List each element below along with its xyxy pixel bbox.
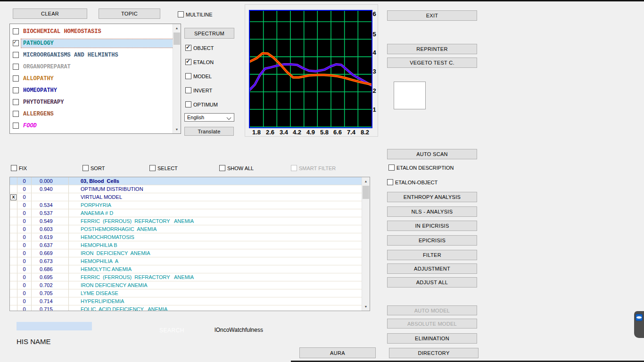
teamviewer-tab[interactable]	[634, 311, 644, 338]
filter-button[interactable]: FILTER	[387, 250, 477, 260]
category-checkbox[interactable]	[13, 40, 19, 46]
category-checkbox[interactable]	[13, 64, 19, 70]
row-model-checkbox[interactable]: X	[10, 194, 17, 200]
exit-button[interactable]: EXIT	[387, 10, 477, 21]
etalon-checkbox[interactable]	[185, 59, 191, 65]
object-checkbox[interactable]	[185, 45, 191, 51]
scroll-up-icon[interactable]: ▲	[173, 24, 181, 32]
row-name: IRON DEFICIENCY ANEMIA	[69, 281, 362, 289]
table-row[interactable]: 00.637HEMOPHILIA B	[10, 241, 362, 249]
show-all-checkbox-row[interactable]: SHOW ALL	[219, 165, 254, 171]
table-row[interactable]: 00.619HEMOCHROMATOSIS	[10, 233, 362, 241]
category-item[interactable]: HOMEOPATHY	[10, 84, 173, 96]
table-row[interactable]: 00.00003, Blood Cells	[10, 177, 362, 185]
category-item[interactable]: ALLERGENS	[10, 108, 173, 120]
show-all-checkbox[interactable]	[219, 165, 225, 171]
category-label: HOMEOPATHY	[21, 86, 59, 95]
row-value: 0.702	[32, 281, 69, 289]
category-item[interactable]: MICROORGANISMS AND HELMINTHS	[10, 49, 173, 61]
etalon-object-checkbox-row[interactable]: ETALON-OBJECT	[387, 179, 438, 185]
optimum-checkbox[interactable]	[185, 101, 191, 107]
etalon-checkbox-row[interactable]: ETALON	[185, 59, 214, 65]
vegeto-test-button[interactable]: VEGETO TEST C.	[387, 58, 477, 68]
scroll-down-icon[interactable]: ▼	[362, 303, 370, 311]
table-scrollbar[interactable]: ▲ ▼	[362, 177, 370, 311]
clear-button[interactable]: CLEAR	[13, 8, 87, 19]
fix-checkbox-row[interactable]: FIX	[11, 165, 27, 171]
table-row[interactable]: 00.705LYME DISEASE	[10, 289, 362, 297]
row-value: 0.695	[32, 273, 69, 281]
scrollbar-thumb[interactable]	[173, 33, 180, 45]
etalon-description-checkbox[interactable]	[388, 165, 395, 171]
select-checkbox[interactable]	[149, 165, 156, 171]
category-checkbox[interactable]	[13, 28, 19, 34]
category-checkbox[interactable]	[13, 87, 19, 93]
category-checkbox[interactable]	[13, 99, 19, 105]
category-checkbox[interactable]	[13, 75, 19, 82]
adjustment-button[interactable]: ADJUSTMENT	[387, 263, 477, 274]
category-item[interactable]: ALLOPATHY	[10, 73, 173, 84]
multiline-checkbox-row[interactable]: MULTILINE	[178, 11, 213, 17]
reprinter-button[interactable]: REPRINTER	[387, 44, 477, 54]
table-row[interactable]: 00.702IRON DEFICIENCY ANEMIA	[10, 281, 362, 289]
scroll-up-icon[interactable]: ▲	[362, 177, 370, 185]
category-item[interactable]: FOOD	[10, 120, 173, 132]
category-item[interactable]: PHYTOTHERAPY	[10, 96, 173, 108]
aura-button[interactable]: AURA	[299, 347, 376, 358]
row-check-cell: X	[10, 193, 17, 201]
directory-button[interactable]: DIRECTORY	[389, 348, 479, 358]
object-checkbox-row[interactable]: OBJECT	[185, 45, 214, 51]
etalon-object-checkbox[interactable]	[387, 179, 393, 185]
select-checkbox-row[interactable]: SELECT	[149, 165, 178, 171]
table-row[interactable]: 00.534PORPHYRIA	[10, 201, 362, 209]
table-row[interactable]: 00.714HYPERLIPIDEMIA	[10, 297, 362, 305]
table-row[interactable]: 00.673HEMOPHILIA A	[10, 257, 362, 265]
category-checkbox[interactable]	[13, 111, 19, 117]
model-checkbox-row[interactable]: MODEL	[185, 73, 212, 79]
in-epicrisis-button[interactable]: IN EPICRISIS	[387, 221, 477, 231]
invert-checkbox-row[interactable]: INVERT	[185, 87, 212, 93]
multiline-checkbox[interactable]	[178, 11, 184, 17]
category-item[interactable]: BIOCHEMICAL HOMEOSTASIS	[10, 25, 173, 37]
row-name: LYME DISEASE	[69, 289, 362, 297]
category-item[interactable]: ORGANOPREPARAT	[10, 61, 173, 73]
epicrisis-button[interactable]: EPICRISIS	[387, 235, 477, 246]
category-item[interactable]: PATHOLOGY	[10, 37, 173, 49]
category-checkbox[interactable]	[13, 52, 19, 58]
topic-button[interactable]: TOPIC	[99, 8, 160, 19]
model-checkbox[interactable]	[185, 73, 191, 79]
scroll-down-icon[interactable]: ▼	[173, 125, 181, 133]
table-row[interactable]: 00.549FERRIC (FERROUS) REFRACTORY ANEMIA	[10, 217, 362, 225]
sort-checkbox-row[interactable]: SORT	[83, 165, 105, 171]
table-row[interactable]: 00.537ANAEMIA # D	[10, 209, 362, 217]
absolute-model-button: ABSOLUTE MODEL	[387, 319, 477, 329]
spectrum-button[interactable]: SPECTRUM	[184, 28, 234, 39]
table-row[interactable]: X0VIRTUAL MODEL	[10, 193, 362, 201]
x-tick-label: 2.6	[264, 129, 277, 136]
row-value: 0.537	[32, 209, 69, 217]
table-row[interactable]: 00.603POSTHEMORRHAGIC ANEMIA	[10, 225, 362, 233]
category-scrollbar[interactable]: ▲ ▼	[173, 24, 181, 133]
invert-checkbox[interactable]	[185, 87, 191, 93]
auto-scan-button[interactable]: AUTO SCAN	[387, 149, 477, 159]
sort-checkbox[interactable]	[83, 165, 89, 171]
optimum-checkbox-row[interactable]: OPTIMUM	[185, 101, 218, 107]
table-row[interactable]: 00.686HEMOLYTIC ANEMIA	[10, 265, 362, 273]
multiline-label: MULTILINE	[186, 12, 213, 17]
adjust-all-button[interactable]: ADJUST ALL	[387, 277, 477, 288]
table-row[interactable]: 00.669IRON DEFICIENCY ANEMIA	[10, 249, 362, 257]
table-row[interactable]: 00.940OPTIMUM DISTRIBUTION	[10, 185, 362, 193]
table-row[interactable]: 00.715FOLIC ACID DEFICIENCY ANEMIA	[10, 305, 362, 311]
nls-analysis-button[interactable]: NLS - ANALYSIS	[387, 206, 477, 217]
language-select[interactable]: English	[184, 113, 234, 122]
search-input[interactable]	[17, 322, 92, 330]
scrollbar-thumb[interactable]	[363, 186, 369, 199]
category-checkbox[interactable]	[13, 123, 19, 129]
table-row[interactable]: 00.695FERRIC (FERROUS) REFRACTORY ANEMIA	[10, 273, 362, 281]
row-check-cell	[10, 273, 17, 281]
elimination-button[interactable]: ELIMINATION	[387, 333, 477, 344]
enthropy-analysis-button[interactable]: ENTHROPY ANALYSIS	[387, 192, 477, 202]
etalon-description-checkbox-row[interactable]: ETALON DESCRIPTION	[388, 165, 454, 171]
fix-checkbox[interactable]	[11, 165, 17, 171]
translate-button[interactable]: Translate	[184, 127, 234, 136]
